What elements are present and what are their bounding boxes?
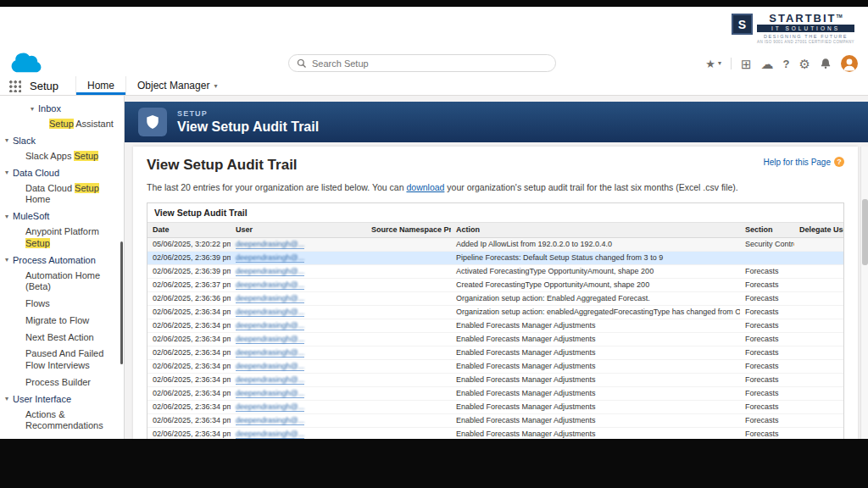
startbit-tagline2: AN ISO 9001 AND 27001 CERTIFIED COMPANY [757, 40, 854, 44]
column-header-section[interactable]: Section [740, 223, 794, 237]
search-input[interactable] [312, 58, 548, 69]
chevron-down-icon: ▾ [5, 256, 8, 263]
sidebar-item[interactable]: Migrate to Flow [0, 313, 124, 330]
user-link[interactable]: deependrasingh@... [236, 362, 304, 371]
setup-shield-icon [138, 108, 167, 136]
tab-home[interactable]: Home [75, 76, 126, 95]
favorites-star-icon[interactable] [705, 58, 715, 69]
user-link[interactable]: deependrasingh@... [236, 335, 304, 344]
sidebar-item[interactable]: Lightning Extension [0, 435, 124, 439]
user-link[interactable]: deependrasingh@... [236, 430, 304, 439]
app-name: Setup [30, 80, 58, 92]
help-icon[interactable] [783, 58, 790, 69]
table-row: 02/06/2025, 2:36:34 pm ISTdeependrasingh… [147, 374, 843, 387]
table-row: 05/06/2025, 3:20:22 pm ISTdeependrasingh… [147, 238, 843, 252]
user-avatar[interactable] [841, 55, 858, 72]
user-link[interactable]: deependrasingh@... [236, 267, 304, 276]
audit-trail-card: View Setup Audit Trail Help for this Pag… [133, 147, 858, 439]
user-link[interactable]: deependrasingh@... [236, 240, 304, 249]
table-row: 02/06/2025, 2:36:34 pm ISTdeependrasingh… [147, 347, 843, 360]
table-row: 02/06/2025, 2:36:34 pm ISTdeependrasingh… [147, 360, 843, 374]
sidebar-item[interactable]: Flows [0, 296, 124, 313]
search-box[interactable] [288, 54, 556, 72]
banner-eyebrow: SETUP [177, 109, 319, 118]
help-badge-icon[interactable] [834, 157, 844, 167]
chevron-down-icon: ▾ [5, 213, 8, 220]
setup-sidebar: ▾InboxSetup Assistant▾SlackSlack Apps Se… [0, 96, 125, 439]
user-link[interactable]: deependrasingh@... [236, 375, 304, 385]
sidebar-item[interactable]: Paused And Failed Flow Interviews [0, 346, 124, 374]
user-link[interactable]: deependrasingh@... [236, 294, 304, 303]
banner-title: View Setup Audit Trail [177, 119, 319, 135]
column-header-user[interactable]: User [231, 223, 366, 237]
page-title: View Setup Audit Trail [147, 157, 298, 174]
main-content: SETUP View Setup Audit Trail View Setup … [125, 96, 868, 439]
table-row: 02/06/2025, 2:36:34 pm ISTdeependrasingh… [147, 401, 843, 414]
startbit-name: STARTBITTM [769, 12, 843, 25]
table-row: 02/06/2025, 2:36:34 pm ISTdeependrasingh… [147, 387, 843, 401]
download-link[interactable]: download [406, 182, 444, 192]
table-row: 02/06/2025, 2:36:34 pm ISTdeependrasingh… [147, 306, 843, 319]
startbit-logo-mark: S [732, 14, 753, 35]
sidebar-item[interactable]: Next Best Action [0, 330, 124, 347]
user-link[interactable]: deependrasingh@... [236, 280, 304, 290]
sidebar-tree: ▾InboxSetup Assistant▾SlackSlack Apps Se… [0, 101, 124, 439]
startbit-tagline: DESIGNING THE FUTURE [764, 34, 848, 39]
sidebar-section-inbox[interactable]: ▾Inbox [0, 101, 124, 116]
app-launcher-icon[interactable] [8, 80, 21, 92]
chevron-down-icon: ▾ [5, 395, 8, 402]
table-row: 02/06/2025, 2:36:34 pm ISTdeependrasingh… [147, 333, 843, 347]
sidebar-section-mulesoft[interactable]: ▾MuleSoft [0, 208, 124, 224]
table-title: View Setup Audit Trail [147, 203, 843, 222]
add-app-icon[interactable] [741, 58, 752, 70]
favorites-caret-icon[interactable] [718, 60, 721, 67]
user-link[interactable]: deependrasingh@... [236, 416, 304, 425]
sidebar-scroll-thumb[interactable] [120, 241, 123, 364]
sidebar-section-user-interface[interactable]: ▾User Interface [0, 391, 124, 407]
sidebar-item[interactable]: Automation Home (Beta) [0, 268, 124, 297]
search-icon [297, 58, 307, 69]
column-header-date[interactable]: Date [147, 223, 231, 237]
chevron-down-icon: ▾ [31, 105, 34, 113]
top-header: S STARTBITTM IT SOLUTIONS DESIGNING THE … [0, 7, 868, 76]
user-link[interactable]: deependrasingh@... [236, 321, 304, 330]
column-header-source[interactable]: Source Namespace Prefix [366, 223, 451, 237]
sidebar-item[interactable]: Data Cloud Setup Home [0, 180, 124, 209]
nav-tabs: HomeObject Manager▾ [75, 76, 228, 95]
notifications-bell-icon[interactable] [820, 58, 832, 69]
help-for-page-link[interactable]: Help for this Page [764, 158, 832, 167]
user-link[interactable]: deependrasingh@... [236, 402, 304, 412]
setup-nav-bar: Setup HomeObject Manager▾ [0, 76, 868, 96]
salesforce-setup-window: S STARTBITTM IT SOLUTIONS DESIGNING THE … [0, 7, 868, 439]
sidebar-section-data-cloud[interactable]: ▾Data Cloud [0, 165, 124, 180]
table-row: 02/06/2025, 2:36:39 pm ISTdeependrasingh… [147, 265, 843, 279]
column-header-delegate-user[interactable]: Delegate User [794, 223, 843, 237]
user-link[interactable]: deependrasingh@... [236, 389, 304, 398]
table-row: 02/06/2025, 2:36:34 pm ISTdeependrasingh… [147, 414, 843, 428]
sidebar-item[interactable]: Anypoint Platform Setup [0, 224, 124, 252]
tab-object-manager[interactable]: Object Manager▾ [126, 76, 228, 95]
setup-gear-icon[interactable] [799, 58, 810, 70]
sidebar-section-process-automation[interactable]: ▾Process Automation [0, 252, 124, 268]
sidebar-item[interactable]: Slack Apps Setup [0, 148, 124, 165]
table-row: 02/06/2025, 2:36:36 pm ISTdeependrasingh… [147, 292, 843, 306]
startbit-subtitle: IT SOLUTIONS [757, 25, 854, 32]
main-scrollbar[interactable] [860, 147, 868, 439]
table-header-row: Date User Source Namespace Prefix Action… [147, 222, 843, 238]
sidebar-item[interactable]: Setup Assistant [0, 116, 124, 133]
user-link[interactable]: deependrasingh@... [236, 348, 304, 358]
column-header-action[interactable]: Action [451, 223, 740, 237]
sidebar-item[interactable]: Actions & Recommendations [0, 407, 124, 435]
table-row: 02/06/2025, 2:36:34 pm ISTdeependrasingh… [147, 428, 843, 439]
salesforce-logo [10, 50, 42, 73]
user-link[interactable]: deependrasingh@... [236, 253, 304, 263]
main-scroll-thumb[interactable] [862, 199, 868, 265]
startbit-logo: S STARTBITTM IT SOLUTIONS DESIGNING THE … [732, 12, 854, 44]
sidebar-item[interactable]: Process Builder [0, 374, 124, 391]
sidebar-section-slack[interactable]: ▾Slack [0, 133, 124, 148]
audit-table-body: 05/06/2025, 3:20:22 pm ISTdeependrasingh… [147, 238, 843, 439]
sidebar-scrollbar[interactable] [120, 96, 124, 439]
upload-cloud-icon[interactable] [761, 58, 774, 70]
divider [731, 58, 732, 69]
user-link[interactable]: deependrasingh@... [236, 308, 304, 317]
